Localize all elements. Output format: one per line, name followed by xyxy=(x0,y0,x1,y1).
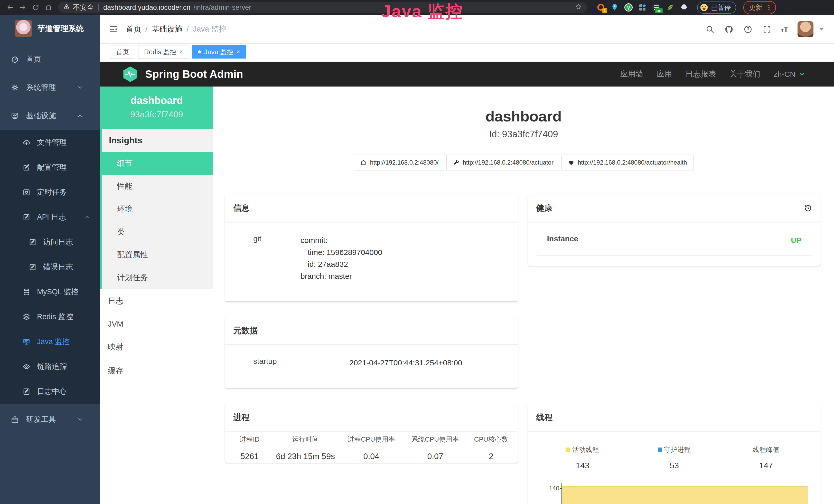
sidebar-item-tracing[interactable]: 链路追踪 xyxy=(0,354,100,379)
insight-item-config-props[interactable]: 配置属性 xyxy=(102,244,213,266)
sba-nav-journal[interactable]: 日志报表 xyxy=(685,69,716,79)
sba-logo-icon[interactable] xyxy=(122,66,138,83)
insight-item-scheduled-tasks[interactable]: 计划任务 xyxy=(102,266,213,289)
font-size-icon[interactable]: тT xyxy=(781,25,788,33)
sidebar-item-log-center[interactable]: 日志中心 xyxy=(0,379,100,404)
avatar-caret-icon[interactable] xyxy=(819,28,824,30)
metadata-startup-row: startup 2021-04-27T00:44:31.254+08:00 xyxy=(234,357,509,378)
security-label[interactable]: 不安全 xyxy=(73,3,94,12)
instance-main: dashboard Id: 93a3fc7f7409 http://192.16… xyxy=(213,87,834,504)
sba-brand[interactable]: Spring Boot Admin xyxy=(145,68,243,81)
log-icon xyxy=(23,213,30,221)
close-icon[interactable]: × xyxy=(179,48,183,55)
sidebar: 芋道管理系统 首页 系统管理 基础设施 xyxy=(0,15,100,504)
extension-y-icon[interactable]: y xyxy=(624,3,633,12)
chevron-up-icon xyxy=(83,214,91,220)
not-secure-icon xyxy=(63,3,70,12)
hamburger-icon[interactable] xyxy=(108,24,119,35)
extension-pin-icon[interactable] xyxy=(610,3,619,12)
bookmark-star-icon[interactable] xyxy=(575,3,582,12)
sidebar-item-scheduled-jobs[interactable]: 定时任务 xyxy=(0,180,100,205)
tab-redis-monitor[interactable]: Redis 监控 × xyxy=(138,45,189,59)
nav-item-jvm[interactable]: JVM xyxy=(100,313,213,335)
extension-grid-icon[interactable] xyxy=(638,3,647,12)
sidebar-item-error-log[interactable]: 错误日志 xyxy=(0,254,100,279)
insight-item-metrics[interactable]: 性能 xyxy=(102,175,213,198)
sidebar-item-file-manage[interactable]: 文件管理 xyxy=(0,130,100,155)
help-icon[interactable] xyxy=(743,24,753,34)
extension-badge: 1 xyxy=(602,8,607,13)
chevron-down-icon xyxy=(798,70,806,78)
sidebar-item-api-log[interactable]: API 日志 xyxy=(0,205,100,230)
health-url-button[interactable]: http://192.168.0.2:48080/actuator/health xyxy=(562,155,694,170)
locale-select[interactable]: zh-CN xyxy=(774,70,806,78)
sidebar-logo-row[interactable]: 芋道管理系统 xyxy=(0,15,100,40)
insight-item-classes[interactable]: 类 xyxy=(102,221,213,244)
extension-leaf-icon[interactable] xyxy=(666,3,675,12)
browser-reload-icon[interactable] xyxy=(30,2,41,13)
sidebar-item-home[interactable]: 首页 xyxy=(0,45,100,73)
process-card: 进程 进程ID 运行时间 进程CPU使用率 系统CPU使用率 CPU核心数 xyxy=(225,404,518,463)
nav-item-mappings[interactable]: 映射 xyxy=(100,335,213,359)
extensions-row: 1 y on xyxy=(596,3,688,12)
sidebar-item-system[interactable]: 系统管理 xyxy=(0,73,100,102)
health-instance-row[interactable]: Instance UP xyxy=(537,234,812,255)
browser-forward-icon[interactable] xyxy=(18,2,28,13)
url-host[interactable]: dashboard.yudao.iocoder.cn xyxy=(103,4,190,12)
close-icon[interactable]: × xyxy=(237,48,240,55)
cpu-cores-value: 2 xyxy=(467,452,515,461)
info-git-label: git xyxy=(234,234,301,282)
insight-item-details[interactable]: 细节 xyxy=(102,152,213,175)
nav-item-caches[interactable]: 缓存 xyxy=(100,359,213,383)
service-url-button[interactable]: http://192.168.0.2:48080/ xyxy=(354,155,445,170)
user-avatar[interactable] xyxy=(797,21,813,37)
kebab-menu-icon[interactable]: ⋮ xyxy=(765,4,772,12)
peak-threads-value: 147 xyxy=(720,461,812,471)
browser-back-icon[interactable] xyxy=(5,2,16,13)
extension-circle-icon[interactable]: 1 xyxy=(596,3,605,12)
insights-section-title: Insights xyxy=(102,129,213,152)
sba-nav-wallboard[interactable]: 应用墙 xyxy=(620,69,643,79)
sidebar-item-config-manage[interactable]: 配置管理 xyxy=(0,155,100,180)
search-icon[interactable] xyxy=(705,24,715,34)
browser-home-icon[interactable] xyxy=(43,2,54,13)
fullscreen-icon[interactable] xyxy=(762,24,772,34)
sidebar-item-infra[interactable]: 基础设施 xyxy=(0,102,100,130)
tab-java-monitor[interactable]: Java 监控 × xyxy=(192,45,246,59)
breadcrumb-home[interactable]: 首页 xyxy=(126,24,141,35)
sidebar-item-java-monitor[interactable]: Java 监控 xyxy=(0,329,100,354)
address-bar[interactable]: 不安全 dashboard.yudao.iocoder.cn/infra/adm… xyxy=(58,2,587,13)
instance-header[interactable]: dashboard 93a3fc7f7409 xyxy=(100,87,213,129)
history-icon[interactable] xyxy=(804,204,812,212)
extensions-puzzle-icon[interactable] xyxy=(680,3,688,12)
instance-id-line: Id: 93a3fc7f7409 xyxy=(213,129,834,140)
sba-nav-applications[interactable]: 应用 xyxy=(657,69,672,79)
nav-item-logs[interactable]: 日志 xyxy=(100,289,213,313)
log-icon xyxy=(29,238,37,246)
process-header-row: 进程ID 运行时间 进程CPU使用率 系统CPU使用率 CPU核心数 xyxy=(227,435,515,444)
sidebar-item-access-log[interactable]: 访问日志 xyxy=(0,230,100,254)
status-badge: UP xyxy=(791,236,802,245)
update-button[interactable]: 更新 ⋮ xyxy=(743,1,776,14)
process-id-value: 5261 xyxy=(227,452,271,461)
sidebar-item-dev-tools[interactable]: 研发工具 xyxy=(0,406,100,434)
log-icon xyxy=(23,388,30,395)
breadcrumb-current: Java 监控 xyxy=(193,24,227,35)
extension-on-badge: on xyxy=(655,8,663,13)
actuator-url-button[interactable]: http://192.168.0.2:48080/actuator xyxy=(446,155,560,170)
github-icon[interactable] xyxy=(724,24,734,34)
tab-home[interactable]: 首页 xyxy=(110,45,135,59)
paused-face-icon xyxy=(700,3,708,12)
url-path: /infra/admin-server xyxy=(193,4,251,12)
breadcrumb-infra[interactable]: 基础设施 xyxy=(152,24,182,35)
update-label: 更新 xyxy=(749,3,762,12)
sidebar-item-mysql-monitor[interactable]: MySQL 监控 xyxy=(0,279,100,304)
log-icon xyxy=(29,263,37,271)
insight-item-environment[interactable]: 环境 xyxy=(102,198,213,221)
paused-chip[interactable]: 已暂停 xyxy=(697,2,736,14)
extension-list-icon[interactable]: on xyxy=(652,3,661,12)
tag-bar: 首页 Redis 监控 × Java 监控 × xyxy=(100,44,834,62)
breadcrumb: 首页 / 基础设施 / Java 监控 xyxy=(126,24,226,35)
sidebar-item-redis-monitor[interactable]: Redis 监控 xyxy=(0,304,100,329)
sba-nav-about[interactable]: 关于我们 xyxy=(729,69,760,79)
